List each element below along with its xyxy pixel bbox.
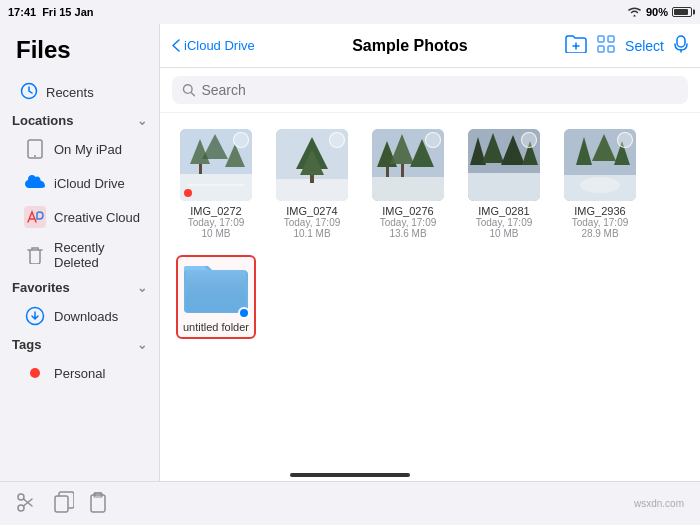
tags-chevron: ⌄: [137, 338, 147, 352]
sidebar-section-locations[interactable]: Locations ⌄: [0, 109, 159, 132]
sidebar-item-on-my-ipad[interactable]: On My iPad: [4, 132, 155, 166]
folder-info: untitled folder: [183, 321, 249, 333]
sidebar-item-recents[interactable]: Recents: [4, 76, 155, 109]
grid-view-icon[interactable]: [597, 35, 615, 57]
file-size-img0274: 10.1 MB: [284, 228, 341, 239]
file-thumbnail-img0272: [180, 129, 252, 201]
wsxdn-logo: wsxdn.com: [634, 498, 684, 509]
file-name-img0274: IMG_0274: [284, 205, 341, 217]
svg-rect-21: [310, 175, 314, 183]
file-item-img0276[interactable]: IMG_0276 Today, 17:09 13.6 MB: [368, 129, 448, 239]
downloads-icon: [24, 305, 46, 327]
icloud-icon: [24, 172, 46, 194]
trash-icon: [24, 244, 46, 266]
back-button[interactable]: iCloud Drive: [172, 38, 255, 53]
corner-badge-img2936: [617, 132, 633, 148]
sidebar-item-creative-cloud[interactable]: Creative Cloud: [4, 200, 155, 234]
nav-actions: Select: [565, 35, 688, 57]
svg-rect-5: [598, 36, 604, 42]
sidebar-title: Files: [0, 32, 159, 76]
files-grid: IMG_0272 Today, 17:09 10 MB IMG_0274 Tod…: [160, 113, 700, 481]
mic-icon[interactable]: [674, 35, 688, 57]
file-name-img0276: IMG_0276: [380, 205, 437, 217]
clock-icon: [20, 82, 38, 103]
paste-icon[interactable]: [90, 491, 110, 517]
corner-badge-img0281: [521, 132, 537, 148]
file-info-img0272: IMG_0272 Today, 17:09 10 MB: [188, 205, 245, 239]
file-date-img0274: Today, 17:09: [284, 217, 341, 228]
file-name-img0272: IMG_0272: [188, 205, 245, 217]
nav-title: Sample Photos: [263, 37, 557, 55]
creative-cloud-label: Creative Cloud: [54, 210, 140, 225]
search-wrapper[interactable]: [172, 76, 688, 104]
svg-rect-30: [468, 173, 540, 201]
corner-badge-img0274: [329, 132, 345, 148]
downloads-label: Downloads: [54, 309, 118, 324]
tags-label: Tags: [12, 337, 41, 352]
file-name-img0281: IMG_0281: [476, 205, 533, 217]
corner-badge-img0272: [233, 132, 249, 148]
new-folder-icon[interactable]: [565, 35, 587, 57]
status-time: 17:41: [8, 6, 36, 18]
cut-icon[interactable]: [16, 491, 38, 517]
personal-tag-label: Personal: [54, 366, 105, 381]
sidebar-item-downloads[interactable]: Downloads: [4, 299, 155, 333]
select-button[interactable]: Select: [625, 38, 664, 54]
file-name-img2936: IMG_2936: [572, 205, 629, 217]
folder-thumbnail: [184, 261, 248, 317]
svg-rect-6: [608, 36, 614, 42]
svg-rect-23: [372, 177, 444, 201]
file-size-img0276: 13.6 MB: [380, 228, 437, 239]
copy-icon[interactable]: [54, 491, 74, 517]
file-item-img2936[interactable]: IMG_2936 Today, 17:09 28.9 MB: [560, 129, 640, 239]
sidebar-section-tags[interactable]: Tags ⌄: [0, 333, 159, 356]
file-size-img2936: 28.9 MB: [572, 228, 629, 239]
sidebar-item-personal-tag[interactable]: Personal: [4, 356, 155, 390]
icloud-drive-label: iCloud Drive: [54, 176, 125, 191]
sidebar-section-favorites[interactable]: Favorites ⌄: [0, 276, 159, 299]
on-my-ipad-label: On My iPad: [54, 142, 122, 157]
file-thumbnail-img0274: [276, 129, 348, 201]
corner-badge-img0276: [425, 132, 441, 148]
svg-rect-12: [180, 174, 252, 201]
file-info-img2936: IMG_2936 Today, 17:09 28.9 MB: [572, 205, 629, 239]
toolbar-left: [16, 491, 110, 517]
sidebar-item-recently-deleted[interactable]: Recently Deleted: [4, 234, 155, 276]
file-item-img0274[interactable]: IMG_0274 Today, 17:09 10.1 MB: [272, 129, 352, 239]
file-info-img0281: IMG_0281 Today, 17:09 10 MB: [476, 205, 533, 239]
favorites-label: Favorites: [12, 280, 70, 295]
svg-rect-8: [608, 46, 614, 52]
file-size-img0281: 10 MB: [476, 228, 533, 239]
search-icon: [182, 83, 195, 97]
status-day: Fri 15 Jan: [42, 6, 93, 18]
file-info-img0276: IMG_0276 Today, 17:09 13.6 MB: [380, 205, 437, 239]
sidebar-item-icloud-drive[interactable]: iCloud Drive: [4, 166, 155, 200]
svg-rect-27: [386, 167, 389, 177]
folder-item[interactable]: untitled folder: [176, 255, 256, 339]
svg-rect-41: [186, 270, 246, 312]
file-item-img0281[interactable]: IMG_0281 Today, 17:09 10 MB: [464, 129, 544, 239]
scroll-indicator: [290, 473, 410, 477]
nav-bar: iCloud Drive Sample Photos: [160, 24, 700, 68]
svg-rect-7: [598, 46, 604, 52]
toolbar-right: wsxdn.com: [634, 498, 684, 509]
svg-rect-44: [55, 496, 68, 512]
file-info-img0274: IMG_0274 Today, 17:09 10.1 MB: [284, 205, 341, 239]
search-bar: [160, 68, 700, 113]
folder-sync-dot: [238, 307, 250, 319]
file-item-img0272[interactable]: IMG_0272 Today, 17:09 10 MB: [176, 129, 256, 239]
back-label: iCloud Drive: [184, 38, 255, 53]
file-date-img0276: Today, 17:09: [380, 217, 437, 228]
wifi-icon: [627, 6, 642, 19]
file-size-img0272: 10 MB: [188, 228, 245, 239]
sidebar-recents-label: Recents: [46, 85, 94, 100]
sidebar: Files Recents Locations ⌄: [0, 24, 160, 481]
red-dot-img0272: [184, 189, 192, 197]
search-input[interactable]: [201, 82, 678, 98]
battery-icon: [672, 7, 692, 17]
content-area: iCloud Drive Sample Photos: [160, 24, 700, 481]
file-date-img2936: Today, 17:09: [572, 217, 629, 228]
file-thumbnail-img2936: [564, 129, 636, 201]
main-layout: Files Recents Locations ⌄: [0, 24, 700, 481]
favorites-chevron: ⌄: [137, 281, 147, 295]
